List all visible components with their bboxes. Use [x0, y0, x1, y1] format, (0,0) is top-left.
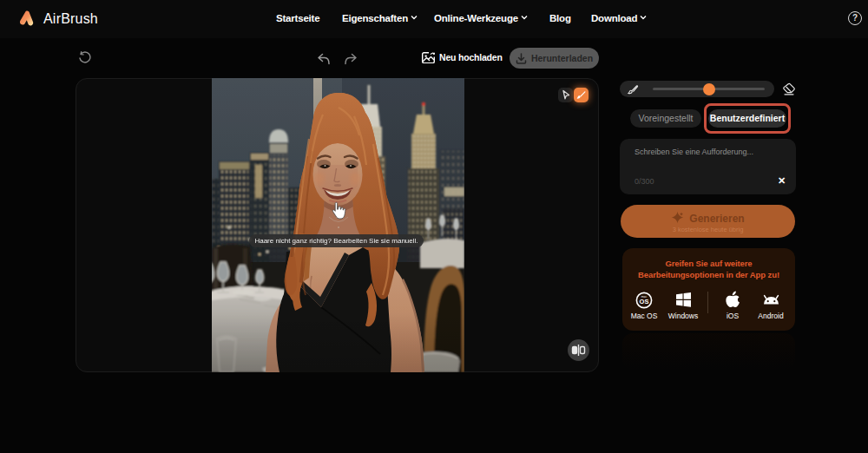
svg-text:mac: mac [641, 295, 648, 299]
